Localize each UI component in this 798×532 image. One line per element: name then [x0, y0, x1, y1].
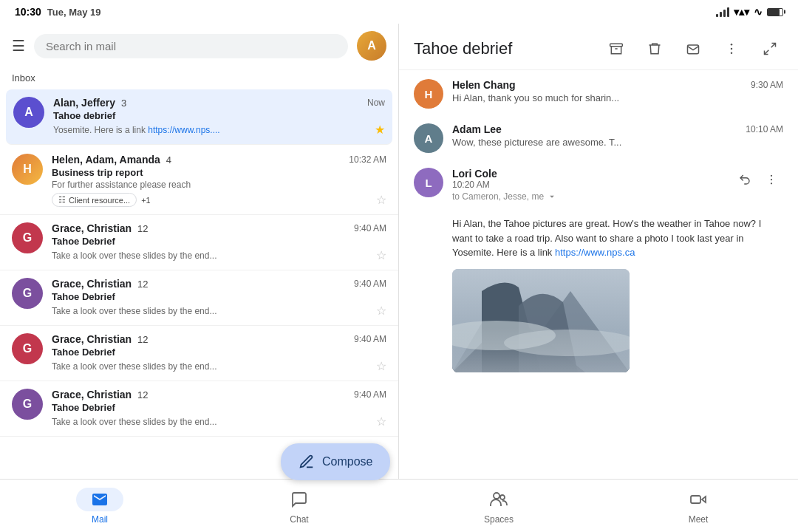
star-empty-icon[interactable]: ☆	[376, 415, 386, 429]
email-preview: Take a look over these slides by the end…	[52, 306, 376, 316]
email-time: 9:40 AM	[354, 279, 386, 289]
email-header: Grace, Christian 12 9:40 AM	[52, 333, 386, 345]
email-subject: Tahoe Debrief	[52, 402, 386, 413]
nav-item-spaces[interactable]: Spaces	[399, 480, 598, 532]
message-body: Hi Alan, the Tahoe pictures are great. H…	[452, 216, 783, 260]
svg-point-2	[731, 44, 733, 46]
email-time: 10:32 AM	[349, 154, 386, 165]
email-view-header: Tahoe debrief	[399, 24, 798, 70]
message-item-expanded[interactable]: L Lori Cole 10:20 AM	[414, 168, 783, 372]
email-body: Grace, Christian 12 9:40 AM Tahoe Debrie…	[52, 333, 386, 373]
compose-fab[interactable]: Compose	[281, 443, 390, 480]
archive-button[interactable]	[603, 35, 630, 62]
spaces-icon-wrap	[475, 488, 522, 511]
message-sender-name: Lori Cole	[452, 168, 497, 180]
email-item[interactable]: G Grace, Christian 12 9:40 AM Tahoe Debr…	[0, 326, 398, 381]
star-empty-icon[interactable]: ☆	[376, 248, 386, 262]
mark-read-button[interactable]	[680, 35, 706, 62]
wifi-symbol: ∿	[754, 6, 763, 18]
email-preview: For further assistance please reach	[52, 180, 386, 190]
compose-icon	[299, 454, 315, 470]
star-icon[interactable]: ★	[375, 123, 385, 137]
avatar: H	[12, 154, 43, 185]
svg-point-7	[771, 183, 772, 184]
email-subject: Tahoe Debrief	[52, 236, 386, 247]
inbox-label: Inbox	[0, 68, 398, 88]
message-item[interactable]: H Helen Chang 9:30 AM Hi Alan, thank you…	[414, 79, 783, 109]
email-time: 9:40 AM	[354, 334, 386, 344]
email-sender: Alan, Jeffery 3	[53, 97, 126, 109]
email-item[interactable]: G Grace, Christian 12 9:40 AM Tahoe Debr…	[0, 270, 398, 326]
nav-item-meet[interactable]: Meet	[598, 480, 798, 532]
email-item[interactable]: A Alan, Jeffery 3 Now Tahoe debrief Yose…	[6, 89, 392, 145]
star-empty-icon[interactable]: ☆	[376, 193, 386, 207]
more-options-button[interactable]	[718, 35, 745, 62]
email-preview: Take a look over these slides by the end…	[52, 417, 376, 427]
email-subject: Tahoe Debrief	[52, 291, 386, 302]
time: 10:30	[15, 6, 41, 18]
star-empty-icon[interactable]: ☆	[376, 304, 386, 318]
svg-point-6	[771, 179, 772, 180]
expand-button[interactable]	[757, 35, 783, 62]
search-input[interactable]	[46, 40, 336, 52]
email-actions: ☷ Client resource... +1 ☆	[52, 193, 386, 207]
email-sender: Helen, Adam, Amanda 4	[52, 154, 171, 166]
email-header: Grace, Christian 12 9:40 AM	[52, 389, 386, 400]
wifi-icon: ▾▴▾	[734, 6, 749, 18]
email-body: Grace, Christian 12 9:40 AM Tahoe Debrie…	[52, 278, 386, 318]
meet-icon-wrap	[675, 488, 722, 511]
email-time: 9:40 AM	[354, 223, 386, 233]
avatar: A	[13, 97, 44, 128]
message-link[interactable]: https://www.nps.ca	[555, 247, 635, 258]
svg-rect-0	[610, 44, 623, 46]
main-content: ☰ A Inbox A Alan, Jeffery 3 Now	[0, 24, 798, 479]
email-preview: Take a look over these slides by the end…	[52, 361, 376, 372]
message-to: to Cameron, Jesse, me	[452, 191, 783, 202]
message-meta: Lori Cole 10:20 AM	[452, 168, 497, 190]
email-body: Helen, Adam, Amanda 4 10:32 AM Business …	[52, 154, 386, 207]
email-preview: Yosemite. Here is a link https://www.nps…	[53, 125, 369, 135]
search-input-wrap[interactable]	[34, 34, 348, 58]
status-left: 10:30 Tue, May 19	[15, 6, 101, 18]
compose-label: Compose	[322, 455, 372, 468]
meet-icon	[689, 491, 707, 508]
message-sender: Helen Chang	[452, 79, 516, 91]
svg-point-4	[731, 52, 733, 55]
message-timestamp: 10:20 AM	[452, 180, 497, 190]
message-item[interactable]: A Adam Lee 10:10 AM Wow, these picturese…	[414, 123, 783, 153]
email-item[interactable]: G Grace, Christian 12 9:40 AM Tahoe Debr…	[0, 215, 398, 270]
message-content: Helen Chang 9:30 AM Hi Alan, thank you s…	[452, 79, 783, 103]
svg-point-15	[494, 493, 499, 499]
mountain-image	[452, 269, 630, 372]
email-item[interactable]: H Helen, Adam, Amanda 4 10:32 AM Busines…	[0, 146, 398, 215]
nav-label-meet: Meet	[689, 514, 709, 525]
message-more-button[interactable]	[760, 168, 783, 191]
email-sender: Grace, Christian 12	[52, 333, 149, 345]
email-time: 9:40 AM	[354, 389, 386, 400]
email-view-title: Tahoe debrief	[414, 39, 591, 58]
message-preview: Hi Alan, thank you so much for sharin...	[452, 92, 783, 103]
reply-button[interactable]	[733, 168, 757, 191]
nav-item-chat[interactable]: Chat	[200, 480, 399, 532]
spaces-icon	[490, 491, 508, 508]
star-empty-icon[interactable]: ☆	[376, 359, 386, 373]
avatar: G	[12, 278, 43, 309]
email-item[interactable]: G Grace, Christian 12 9:40 AM Tahoe Debr…	[0, 381, 398, 437]
email-list-panel: ☰ A Inbox A Alan, Jeffery 3 Now	[0, 24, 399, 479]
chip[interactable]: ☷ Client resource...	[52, 193, 137, 207]
message-action-buttons	[733, 168, 783, 191]
nav-item-mail[interactable]: Mail	[0, 480, 200, 532]
battery-icon	[767, 8, 783, 16]
message-body-wrap: Hi Alan, the Tahoe pictures are great. H…	[414, 216, 783, 372]
email-header: Grace, Christian 12 9:40 AM	[52, 278, 386, 290]
delete-button[interactable]	[641, 35, 668, 62]
hamburger-icon[interactable]: ☰	[12, 37, 25, 55]
user-avatar[interactable]: A	[357, 31, 386, 61]
message-preview: Wow, these picturese are awesome. T...	[452, 137, 783, 148]
phone-frame: 10:30 Tue, May 19 ▾▴▾ ∿ ☰	[0, 0, 798, 532]
email-body: Grace, Christian 12 9:40 AM Tahoe Debrie…	[52, 389, 386, 429]
message-header: Helen Chang 9:30 AM	[452, 79, 783, 91]
email-subject: Tahoe debrief	[53, 110, 385, 121]
svg-point-16	[500, 495, 505, 499]
avatar: A	[414, 123, 443, 153]
